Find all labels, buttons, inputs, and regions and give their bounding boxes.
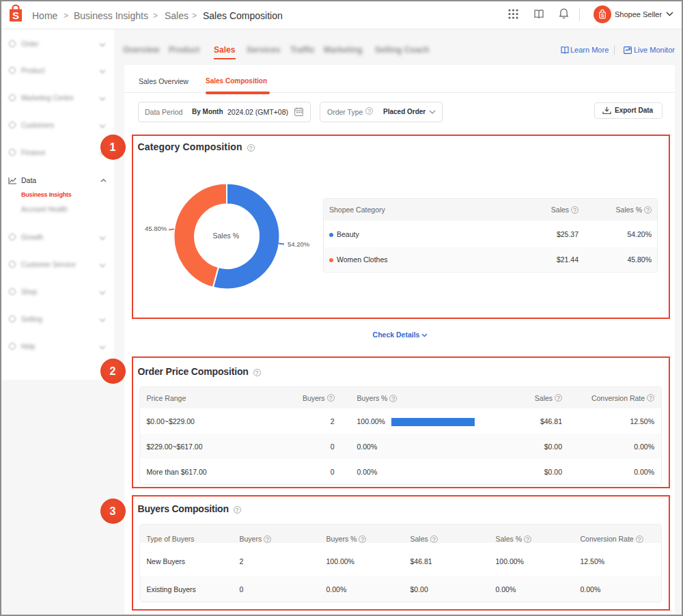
svg-text:S: S — [600, 12, 604, 18]
svg-text:S: S — [12, 10, 19, 21]
